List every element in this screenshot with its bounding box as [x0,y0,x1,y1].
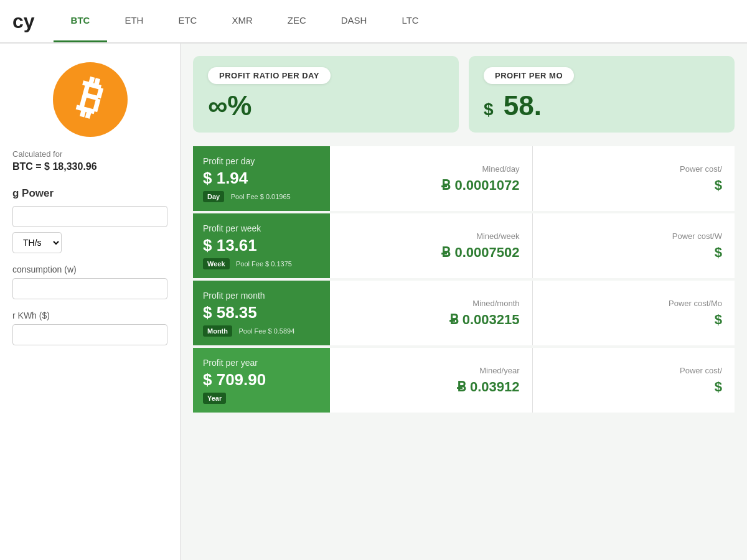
nav-tab-xmr[interactable]: XMR [214,0,270,42]
pool-fee-day: Pool Fee $ 0.01965 [231,193,291,200]
mined-label-month: Mined/month [342,299,520,308]
power-cell-week: Power cost/W $ [533,213,735,278]
site-title: cy [12,10,35,33]
power-value-month: $ [545,312,723,328]
power-label-week: Power cost/W [545,231,723,241]
profit-ratio-pill: PROFIT RATIO PER DAY [208,67,331,84]
hash-unit-select[interactable]: TH/s GH/s MH/s [12,232,62,253]
nav-tabs: BTC ETH ETC XMR ZEC DASH LTC [54,0,436,42]
period-fee-row-year: Year [203,392,320,404]
hash-unit-row: TH/s GH/s MH/s [12,232,167,253]
period-fee-row-week: Week Pool Fee $ 0.1375 [203,258,320,269]
content-area: PROFIT RATIO PER DAY ∞% PROFIT PER MO $ … [181,44,747,560]
mined-cell-week: Mined/week Ƀ 0.0007502 [330,213,533,278]
btc-logo: ₿ [53,62,128,137]
power-value-week: $ [545,245,723,261]
profit-value-year: $ 709.90 [203,370,320,390]
hashing-power-title: g Power [12,187,167,200]
profit-per-month-pill: PROFIT PER MO [484,67,574,84]
data-row-month: Profit per month $ 58.35 Month Pool Fee … [193,281,735,345]
summary-cards: PROFIT RATIO PER DAY ∞% PROFIT PER MO $ … [193,56,735,133]
profit-value-day: $ 1.94 [203,169,320,188]
kwh-label: r KWh ($) [12,310,167,320]
data-row-day: Profit per day $ 1.94 Day Pool Fee $ 0.0… [193,146,735,211]
power-consumption-input[interactable] [12,278,167,299]
mined-cell-year: Mined/year Ƀ 0.03912 [330,348,533,413]
period-badge-year: Year [203,393,226,404]
row-label-day: Profit per day $ 1.94 Day Pool Fee $ 0.0… [193,146,330,211]
profit-label-week: Profit per week [203,223,320,233]
power-label-year: Power cost/ [545,366,723,375]
row-label-month: Profit per month $ 58.35 Month Pool Fee … [193,281,330,345]
kwh-input[interactable] [12,324,167,345]
period-badge-week: Week [203,258,230,269]
sidebar: ₿ Calculated for BTC = $ 18,330.96 g Pow… [0,44,181,560]
power-label-day: Power cost/ [545,164,723,174]
data-row-year: Profit per year $ 709.90 Year Mined/year… [193,348,735,413]
pool-fee-week: Pool Fee $ 0.1375 [236,260,292,268]
power-value-year: $ [545,379,723,395]
calc-for-label: Calculated for [12,149,167,159]
btc-symbol-icon: ₿ [72,70,107,126]
profit-value-month: $ 58.35 [203,303,320,322]
pool-fee-month: Pool Fee $ 0.5894 [238,327,294,335]
nav-tab-eth[interactable]: ETH [107,0,161,42]
mined-value-month: Ƀ 0.003215 [342,312,520,328]
nav-tab-zec[interactable]: ZEC [270,0,324,42]
period-fee-row-month: Month Pool Fee $ 0.5894 [203,325,320,337]
hashing-power-input[interactable] [12,206,167,227]
period-fee-row-day: Day Pool Fee $ 0.01965 [203,190,320,202]
mined-value-day: Ƀ 0.0001072 [342,177,520,194]
profit-label-day: Profit per day [203,156,320,166]
profit-ratio-card: PROFIT RATIO PER DAY ∞% [193,56,459,133]
period-badge-day: Day [203,191,224,202]
mined-label-day: Mined/day [342,164,520,174]
power-value-day: $ [545,177,723,194]
power-consumption-label: consumption (w) [12,264,167,274]
mined-cell-month: Mined/month Ƀ 0.003215 [330,281,533,345]
profit-label-year: Profit per year [203,358,320,368]
nav-tab-dash[interactable]: DASH [324,0,385,42]
nav-tab-btc[interactable]: BTC [54,0,108,42]
profit-label-month: Profit per month [203,291,320,301]
mined-cell-day: Mined/day Ƀ 0.0001072 [330,146,533,211]
power-cell-month: Power cost/Mo $ [533,281,735,345]
profit-per-month-card: PROFIT PER MO $ 58. [469,56,735,133]
profit-per-month-value: $ 58. [484,90,542,121]
row-label-week: Profit per week $ 13.61 Week Pool Fee $ … [193,213,330,278]
mined-label-week: Mined/week [342,231,520,241]
power-label-month: Power cost/Mo [545,299,723,308]
nav-tab-etc[interactable]: ETC [161,0,214,42]
main-layout: ₿ Calculated for BTC = $ 18,330.96 g Pow… [0,44,747,560]
mined-label-year: Mined/year [342,366,520,375]
data-row-week: Profit per week $ 13.61 Week Pool Fee $ … [193,213,735,278]
mined-value-week: Ƀ 0.0007502 [342,245,520,261]
row-label-year: Profit per year $ 709.90 Year [193,348,330,413]
nav-tab-ltc[interactable]: LTC [384,0,436,42]
data-rows-container: Profit per day $ 1.94 Day Pool Fee $ 0.0… [193,146,735,413]
period-badge-month: Month [203,325,232,337]
mined-value-year: Ƀ 0.03912 [342,379,520,395]
profit-value-week: $ 13.61 [203,236,320,255]
top-nav: cy BTC ETH ETC XMR ZEC DASH LTC [0,0,747,44]
power-cell-year: Power cost/ $ [533,348,735,413]
power-cell-day: Power cost/ $ [533,146,735,211]
btc-price: BTC = $ 18,330.96 [12,161,167,172]
profit-ratio-value: ∞% [208,90,252,121]
